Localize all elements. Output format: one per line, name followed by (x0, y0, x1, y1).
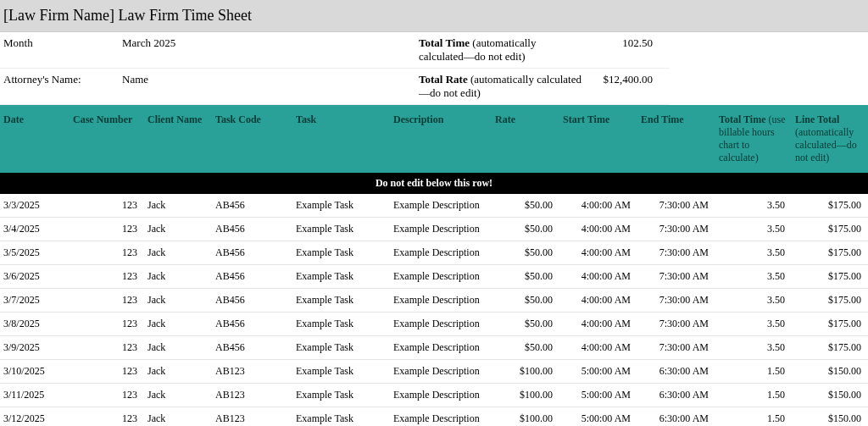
cell-line-total[interactable]: $175.00 (792, 313, 868, 335)
cell-rate[interactable]: $50.00 (492, 194, 559, 217)
table-row[interactable]: 3/8/2025123JackAB456Example TaskExample … (0, 313, 868, 336)
cell-total-time[interactable]: 3.50 (715, 336, 792, 359)
cell-task-code[interactable]: AB456 (212, 218, 292, 241)
cell-description[interactable]: Example Description (390, 289, 492, 312)
cell-description[interactable]: Example Description (390, 241, 492, 264)
cell-description[interactable]: Example Description (390, 194, 492, 217)
cell-date[interactable]: 3/8/2025 (0, 313, 70, 335)
cell-rate[interactable]: $100.00 (492, 360, 559, 383)
cell-rate[interactable]: $50.00 (492, 241, 559, 264)
cell-case-number[interactable]: 123 (70, 360, 144, 383)
cell-total-time[interactable]: 3.50 (715, 289, 792, 312)
cell-date[interactable]: 3/5/2025 (0, 241, 70, 264)
cell-task[interactable]: Example Task (292, 360, 390, 383)
cell-rate[interactable]: $50.00 (492, 313, 559, 335)
cell-client-name[interactable]: Jack (144, 241, 212, 264)
cell-client-name[interactable]: Jack (144, 407, 212, 426)
cell-end-time[interactable]: 7:30:00 AM (637, 194, 715, 217)
cell-case-number[interactable]: 123 (70, 384, 144, 407)
cell-case-number[interactable]: 123 (70, 194, 144, 217)
table-row[interactable]: 3/12/2025123JackAB123Example TaskExample… (0, 407, 868, 426)
cell-start-time[interactable]: 5:00:00 AM (559, 407, 637, 426)
cell-rate[interactable]: $100.00 (492, 407, 559, 426)
cell-task[interactable]: Example Task (292, 218, 390, 241)
cell-description[interactable]: Example Description (390, 384, 492, 407)
cell-description[interactable]: Example Description (390, 313, 492, 335)
cell-date[interactable]: 3/3/2025 (0, 194, 70, 217)
cell-task-code[interactable]: AB456 (212, 265, 292, 288)
table-row[interactable]: 3/4/2025123JackAB456Example TaskExample … (0, 218, 868, 241)
cell-description[interactable]: Example Description (390, 265, 492, 288)
cell-description[interactable]: Example Description (390, 218, 492, 241)
cell-client-name[interactable]: Jack (144, 194, 212, 217)
table-row[interactable]: 3/3/2025123JackAB456Example TaskExample … (0, 194, 868, 218)
cell-start-time[interactable]: 5:00:00 AM (559, 360, 637, 383)
cell-client-name[interactable]: Jack (144, 218, 212, 241)
cell-end-time[interactable]: 7:30:00 AM (637, 336, 715, 359)
cell-line-total[interactable]: $175.00 (792, 265, 868, 288)
cell-case-number[interactable]: 123 (70, 218, 144, 241)
cell-case-number[interactable]: 123 (70, 336, 144, 359)
cell-total-time[interactable]: 3.50 (715, 313, 792, 335)
cell-task[interactable]: Example Task (292, 407, 390, 426)
cell-task-code[interactable]: AB456 (212, 313, 292, 335)
cell-end-time[interactable]: 7:30:00 AM (637, 265, 715, 288)
cell-date[interactable]: 3/10/2025 (0, 360, 70, 383)
cell-rate[interactable]: $100.00 (492, 384, 559, 407)
cell-case-number[interactable]: 123 (70, 289, 144, 312)
cell-task[interactable]: Example Task (292, 313, 390, 335)
cell-line-total[interactable]: $175.00 (792, 289, 868, 312)
cell-end-time[interactable]: 6:30:00 AM (637, 360, 715, 383)
cell-start-time[interactable]: 4:00:00 AM (559, 289, 637, 312)
cell-start-time[interactable]: 4:00:00 AM (559, 241, 637, 264)
cell-total-time[interactable]: 3.50 (715, 241, 792, 264)
table-row[interactable]: 3/11/2025123JackAB123Example TaskExample… (0, 384, 868, 407)
cell-date[interactable]: 3/11/2025 (0, 384, 70, 407)
cell-rate[interactable]: $50.00 (492, 289, 559, 312)
cell-start-time[interactable]: 5:00:00 AM (559, 384, 637, 407)
cell-start-time[interactable]: 4:00:00 AM (559, 336, 637, 359)
cell-task[interactable]: Example Task (292, 265, 390, 288)
cell-end-time[interactable]: 7:30:00 AM (637, 241, 715, 264)
cell-start-time[interactable]: 4:00:00 AM (559, 313, 637, 335)
cell-task-code[interactable]: AB456 (212, 289, 292, 312)
cell-line-total[interactable]: $150.00 (792, 360, 868, 383)
cell-total-time[interactable]: 1.50 (715, 407, 792, 426)
cell-total-time[interactable]: 3.50 (715, 194, 792, 217)
cell-task-code[interactable]: AB456 (212, 336, 292, 359)
cell-client-name[interactable]: Jack (144, 360, 212, 383)
cell-start-time[interactable]: 4:00:00 AM (559, 265, 637, 288)
cell-client-name[interactable]: Jack (144, 336, 212, 359)
cell-end-time[interactable]: 6:30:00 AM (637, 384, 715, 407)
cell-date[interactable]: 3/9/2025 (0, 336, 70, 359)
cell-description[interactable]: Example Description (390, 360, 492, 383)
cell-date[interactable]: 3/7/2025 (0, 289, 70, 312)
table-row[interactable]: 3/9/2025123JackAB456Example TaskExample … (0, 336, 868, 360)
cell-task[interactable]: Example Task (292, 289, 390, 312)
cell-case-number[interactable]: 123 (70, 313, 144, 335)
cell-case-number[interactable]: 123 (70, 407, 144, 426)
cell-date[interactable]: 3/12/2025 (0, 407, 70, 426)
cell-total-time[interactable]: 3.50 (715, 218, 792, 241)
cell-end-time[interactable]: 7:30:00 AM (637, 313, 715, 335)
cell-task-code[interactable]: AB123 (212, 360, 292, 383)
cell-line-total[interactable]: $175.00 (792, 336, 868, 359)
cell-end-time[interactable]: 6:30:00 AM (637, 407, 715, 426)
cell-client-name[interactable]: Jack (144, 384, 212, 407)
cell-task-code[interactable]: AB123 (212, 384, 292, 407)
cell-line-total[interactable]: $175.00 (792, 194, 868, 217)
cell-total-time[interactable]: 1.50 (715, 360, 792, 383)
cell-rate[interactable]: $50.00 (492, 218, 559, 241)
cell-start-time[interactable]: 4:00:00 AM (559, 218, 637, 241)
cell-task-code[interactable]: AB456 (212, 241, 292, 264)
table-row[interactable]: 3/7/2025123JackAB456Example TaskExample … (0, 289, 868, 313)
cell-client-name[interactable]: Jack (144, 313, 212, 335)
cell-line-total[interactable]: $175.00 (792, 218, 868, 241)
cell-rate[interactable]: $50.00 (492, 336, 559, 359)
cell-task[interactable]: Example Task (292, 336, 390, 359)
cell-client-name[interactable]: Jack (144, 265, 212, 288)
cell-total-time[interactable]: 1.50 (715, 384, 792, 407)
cell-line-total[interactable]: $175.00 (792, 241, 868, 264)
cell-case-number[interactable]: 123 (70, 265, 144, 288)
cell-date[interactable]: 3/6/2025 (0, 265, 70, 288)
